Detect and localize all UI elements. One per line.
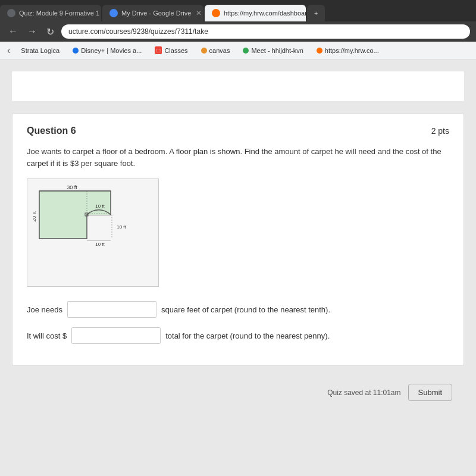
floor-plan-container: 30 ft 20 ft 10 ft 10 ft 10 ft	[27, 178, 159, 287]
tab-icon-quiz	[7, 9, 15, 17]
top-bar-area	[12, 71, 464, 101]
back-bookmark-btn[interactable]: ‹	[5, 45, 12, 56]
bookmark-icon-disney	[73, 48, 79, 54]
bookmark-meet[interactable]: Meet - hhijdht-kvn	[238, 46, 308, 55]
submit-button[interactable]: Submit	[408, 384, 452, 401]
svg-text:30 ft: 30 ft	[67, 185, 77, 190]
bookmark-label-hrw: https://my.hrw.co...	[325, 47, 379, 54]
answer2-prefix: It will cost $	[27, 331, 67, 340]
answer2-input[interactable]	[71, 327, 161, 344]
tab-label-hrw: https://my.hrw.com/dashboar...	[224, 10, 306, 17]
bookmark-disney[interactable]: Disney+ | Movies a...	[68, 46, 146, 55]
bookmark-strata[interactable]: Strata Logica	[16, 46, 64, 55]
tab-label-quiz: Quiz: Module 9 Formative 1	[19, 10, 99, 17]
answer1-input[interactable]	[67, 301, 156, 318]
tab-close-gdrive[interactable]: ✕	[196, 9, 202, 17]
bookmarks-bar: ‹ Strata Logica Disney+ | Movies a... □ …	[0, 42, 476, 60]
url-input[interactable]	[61, 24, 470, 39]
answer1-prefix: Joe needs	[27, 305, 62, 314]
svg-text:10 ft: 10 ft	[117, 224, 126, 230]
bookmark-canvas[interactable]: canvas	[196, 46, 235, 55]
bookmark-icon-classes: □	[155, 46, 162, 54]
svg-text:10 ft: 10 ft	[95, 203, 105, 209]
svg-text:20 ft: 20 ft	[33, 211, 37, 222]
bookmark-label-strata: Strata Logica	[21, 47, 60, 54]
bookmark-label-canvas: canvas	[209, 47, 230, 54]
bookmark-label-meet: Meet - hhijdht-kvn	[251, 47, 303, 54]
bottom-bar: Quiz saved at 11:01am Submit	[12, 378, 464, 407]
back-button[interactable]: ←	[6, 26, 20, 37]
tab-quiz[interactable]: Quiz: Module 9 Formative 1 ✕	[0, 5, 101, 21]
tab-label-new: +	[314, 10, 318, 17]
bookmark-label-disney: Disney+ | Movies a...	[81, 47, 142, 54]
tab-bar: Quiz: Module 9 Formative 1 ✕ My Drive - …	[0, 0, 476, 21]
tab-hrw[interactable]: https://my.hrw.com/dashboar... ✕	[205, 5, 306, 21]
floor-plan-svg: 30 ft 20 ft 10 ft 10 ft 10 ft	[33, 185, 152, 280]
tab-label-gdrive: My Drive - Google Drive	[121, 10, 191, 17]
refresh-button[interactable]: ↻	[44, 26, 57, 37]
browser-chrome: Quiz: Module 9 Formative 1 ✕ My Drive - …	[0, 0, 476, 60]
forward-button[interactable]: →	[25, 26, 39, 37]
bookmark-icon-hrw	[317, 48, 322, 54]
tab-new[interactable]: +	[307, 5, 325, 21]
question-pts: 2 pts	[431, 126, 449, 136]
bookmark-classes[interactable]: □ Classes	[150, 45, 192, 55]
question-card: Question 6 2 pts Joe wants to carpet a f…	[12, 113, 464, 366]
question-header: Question 6 2 pts	[27, 126, 449, 136]
bookmark-icon-meet	[243, 48, 249, 54]
bookmark-icon-canvas	[201, 48, 207, 54]
page-content: Question 6 2 pts Joe wants to carpet a f…	[0, 60, 476, 476]
svg-text:10 ft: 10 ft	[95, 242, 105, 247]
tab-icon-gdrive	[109, 9, 118, 17]
answer-row-2: It will cost $ total for the carpet (rou…	[27, 327, 449, 344]
answer1-suffix: square feet of carpet (round to the near…	[161, 305, 330, 314]
tab-gdrive[interactable]: My Drive - Google Drive ✕	[102, 5, 203, 21]
bookmark-hrw[interactable]: https://my.hrw.co...	[312, 46, 384, 55]
quiz-saved-text: Quiz saved at 11:01am	[327, 389, 400, 397]
answer2-suffix: total for the carpet (round to the neare…	[165, 331, 330, 340]
tab-icon-hrw	[212, 9, 220, 17]
question-title: Question 6	[27, 126, 76, 136]
bookmark-label-classes: Classes	[164, 47, 187, 54]
answer-row-1: Joe needs square feet of carpet (round t…	[27, 301, 449, 318]
question-text: Joe wants to carpet a floor of a bedroom…	[27, 146, 449, 169]
address-bar: ← → ↻	[0, 21, 476, 42]
